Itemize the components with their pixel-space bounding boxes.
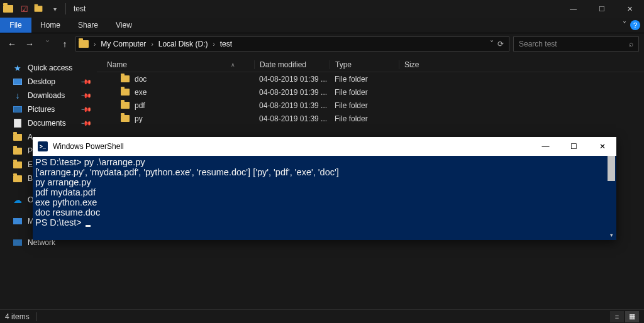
file-date: 04-08-2019 01:39 ... [254, 75, 330, 84]
status-divider [36, 312, 36, 321]
help-icon[interactable]: ? [630, 20, 640, 30]
up-button[interactable]: ↑ [58, 37, 72, 51]
sidebar-item-desktop[interactable]: Desktop 📌 [0, 75, 97, 89]
pc-icon [13, 217, 23, 226]
column-date[interactable]: Date modified [254, 60, 330, 69]
address-bar[interactable]: › My Computer › Local Disk (D:) › test ˅… [75, 36, 509, 52]
chevron-right-icon[interactable]: › [211, 41, 216, 48]
pin-icon: 📌 [80, 103, 92, 115]
explorer-icon [3, 2, 16, 16]
column-type[interactable]: Type [330, 60, 399, 69]
navbar: ← → ˅ ↑ › My Computer › Local Disk (D:) … [0, 33, 644, 55]
back-button[interactable]: ← [5, 37, 19, 51]
file-date: 04-08-2019 01:39 ... [254, 114, 330, 123]
file-name: py [135, 114, 143, 123]
column-size[interactable]: Size [399, 60, 449, 69]
minimize-button[interactable]: — [559, 0, 587, 18]
forward-button[interactable]: → [23, 37, 36, 51]
table-row[interactable]: doc04-08-2019 01:39 ...File folder [97, 72, 644, 85]
file-name: doc [135, 75, 147, 84]
search-icon[interactable]: ⌕ [629, 40, 633, 48]
sidebar-item-label: P [28, 146, 33, 155]
view-details-button[interactable]: ≡ [610, 311, 624, 322]
powershell-close-button[interactable]: ✕ [588, 137, 616, 156]
terminal-line: py arrange.py [35, 177, 614, 187]
sidebar-item-label: A [28, 133, 33, 141]
sidebar-item-documents[interactable]: Documents 📌 [0, 116, 97, 130]
status-item-count: 4 items [5, 312, 30, 321]
folder-icon [13, 174, 23, 183]
pin-icon: 📌 [80, 117, 92, 129]
sidebar-item-label: E [28, 160, 33, 169]
file-date: 04-08-2019 01:39 ... [254, 88, 330, 97]
address-dropdown-icon[interactable]: ˅ [490, 40, 494, 48]
breadcrumb[interactable]: Local Disk (D:) [156, 40, 211, 48]
sort-indicator-icon: ∧ [231, 62, 235, 68]
file-date: 04-08-2019 01:39 ... [254, 101, 330, 110]
cursor [86, 225, 91, 227]
qat-properties-icon[interactable]: ☑ [18, 2, 31, 16]
file-type: File folder [330, 114, 399, 123]
terminal-line: pdf mydata.pdf [35, 187, 614, 197]
table-row[interactable]: py04-08-2019 01:39 ...File folder [97, 112, 644, 125]
ribbon: File Home Share View ˅ ? [0, 18, 644, 33]
powershell-titlebar[interactable]: >_ Windows PowerShell — ☐ ✕ [33, 137, 616, 156]
table-row[interactable]: pdf04-08-2019 01:39 ...File folder [97, 99, 644, 112]
scrollbar-down-icon[interactable]: ▾ [606, 230, 616, 240]
sidebar-item-label: Documents [28, 119, 66, 128]
maximize-button[interactable]: ☐ [587, 0, 616, 18]
powershell-icon: >_ [38, 141, 48, 151]
sidebar-item-label: Pictures [28, 105, 55, 114]
terminal-line: ['arrange.py', 'mydata.pdf', 'python.exe… [35, 167, 614, 177]
terminal-line: PS D:\test> [35, 217, 614, 227]
chevron-right-icon[interactable]: › [92, 41, 97, 48]
titlebar: ☑ ▾ test — ☐ ✕ [0, 0, 644, 18]
terminal-line: exe python.exe [35, 197, 614, 207]
star-icon: ★ [13, 63, 23, 72]
column-headers: Name ∧ Date modified Type Size [97, 57, 644, 72]
sidebar-item-downloads[interactable]: ↓ Downloads 📌 [0, 89, 97, 102]
documents-icon [13, 119, 23, 128]
chevron-right-icon[interactable]: › [150, 41, 154, 48]
sidebar-item-label: Quick access [28, 63, 72, 72]
refresh-icon[interactable]: ⟳ [497, 40, 504, 48]
sidebar-item-label: B [28, 174, 33, 183]
folder-icon [121, 115, 130, 122]
search-input[interactable]: Search test ⌕ [513, 36, 639, 52]
ribbon-view-tab[interactable]: View [107, 18, 141, 33]
powershell-minimize-button[interactable]: — [531, 137, 560, 156]
pin-icon: 📌 [80, 89, 92, 101]
sidebar-item-label: Desktop [28, 77, 55, 86]
file-name: exe [135, 88, 147, 97]
qat-newfolder-icon[interactable] [33, 2, 47, 16]
folder-icon [121, 75, 130, 82]
close-button[interactable]: ✕ [616, 0, 644, 18]
folder-icon [13, 160, 23, 169]
cloud-icon: ☁ [13, 195, 23, 204]
table-row[interactable]: exe04-08-2019 01:39 ...File folder [97, 85, 644, 99]
view-large-button[interactable]: ▦ [625, 311, 639, 322]
folder-icon [13, 146, 23, 155]
terminal-line: PS D:\test> py .\arrange.py [35, 157, 614, 167]
column-name[interactable]: Name ∧ [97, 60, 254, 69]
file-type: File folder [330, 88, 399, 97]
ribbon-share-tab[interactable]: Share [69, 18, 107, 33]
history-dropdown[interactable]: ˅ [40, 37, 54, 51]
scrollbar-thumb[interactable] [608, 156, 615, 181]
ribbon-collapse-icon[interactable]: ˅ [623, 21, 626, 30]
qat-dropdown-icon[interactable]: ▾ [48, 2, 62, 16]
terminal-line: doc resume.doc [35, 207, 614, 217]
file-type: File folder [330, 75, 399, 84]
sidebar-item-label: Downloads [28, 91, 65, 100]
pin-icon: 📌 [80, 75, 92, 87]
powershell-maximize-button[interactable]: ☐ [560, 137, 588, 156]
powershell-scrollbar[interactable]: ▾ [606, 156, 616, 240]
sidebar-item-pictures[interactable]: Pictures 📌 [0, 102, 97, 116]
powershell-terminal[interactable]: PS D:\test> py .\arrange.py['arrange.py'… [33, 156, 616, 240]
ribbon-home-tab[interactable]: Home [31, 18, 69, 33]
breadcrumb[interactable]: My Computer [98, 40, 148, 48]
sidebar-quick-access[interactable]: ★ Quick access [0, 61, 97, 75]
ribbon-file-tab[interactable]: File [0, 18, 31, 33]
file-type: File folder [330, 101, 399, 110]
breadcrumb[interactable]: test [218, 40, 235, 48]
